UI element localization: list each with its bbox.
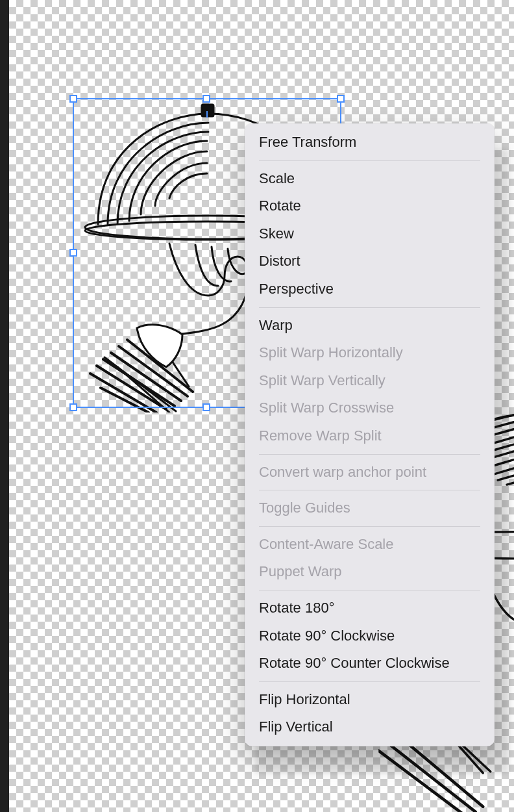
menu-toggle-guides: Toggle Guides <box>245 494 495 522</box>
transform-handle-top-middle[interactable] <box>202 95 210 103</box>
menu-separator <box>259 307 480 308</box>
menu-skew[interactable]: Skew <box>245 220 495 248</box>
svg-line-3 <box>90 374 156 412</box>
menu-flip-horizontal[interactable]: Flip Horizontal <box>245 686 495 714</box>
svg-line-4 <box>97 366 166 409</box>
menu-free-transform[interactable]: Free Transform <box>245 129 495 157</box>
menu-remove-warp-split: Remove Warp Split <box>245 422 495 450</box>
menu-split-warp-crosswise: Split Warp Crosswise <box>245 394 495 422</box>
checkerboard-canvas[interactable]: Free TransformScaleRotateSkewDistortPers… <box>9 0 514 812</box>
transform-context-menu: Free TransformScaleRotateSkewDistortPers… <box>245 123 495 746</box>
transform-handle-bottom-middle[interactable] <box>202 403 210 411</box>
svg-line-8 <box>127 340 193 392</box>
transform-handle-top-right[interactable] <box>337 95 345 103</box>
menu-content-aware-scale: Content-Aware Scale <box>245 531 495 559</box>
svg-line-18 <box>498 438 514 480</box>
menu-separator <box>259 681 480 682</box>
svg-rect-0 <box>202 105 214 116</box>
transform-handle-top-left[interactable] <box>69 95 77 103</box>
window-left-edge <box>0 0 9 812</box>
menu-separator <box>259 454 480 455</box>
menu-convert-warp-anchor-point: Convert warp anchor point <box>245 459 495 487</box>
transform-rotate-pivot-mark <box>206 111 208 118</box>
menu-rotate-180[interactable]: Rotate 180° <box>245 594 495 622</box>
menu-perspective[interactable]: Perspective <box>245 275 495 303</box>
menu-separator <box>259 590 480 590</box>
menu-scale[interactable]: Scale <box>245 165 495 193</box>
svg-line-7 <box>119 346 188 396</box>
transform-handle-bottom-left[interactable] <box>69 403 77 411</box>
menu-separator <box>259 160 480 161</box>
svg-line-19 <box>507 444 514 485</box>
svg-line-6 <box>111 353 181 401</box>
menu-rotate-90-cw[interactable]: Rotate 90° Clockwise <box>245 622 495 650</box>
menu-split-warp-horizontally: Split Warp Horizontally <box>245 339 495 367</box>
transform-handle-middle-left[interactable] <box>69 249 77 257</box>
menu-separator <box>259 526 480 527</box>
svg-line-21 <box>378 751 468 813</box>
menu-rotate-90-ccw[interactable]: Rotate 90° Counter Clockwise <box>245 650 495 678</box>
menu-puppet-warp: Puppet Warp <box>245 558 495 586</box>
menu-distort[interactable]: Distort <box>245 247 495 275</box>
menu-warp[interactable]: Warp <box>245 312 495 340</box>
menu-split-warp-vertically: Split Warp Vertically <box>245 367 495 395</box>
svg-line-9 <box>101 388 149 412</box>
svg-line-22 <box>386 742 476 812</box>
menu-separator <box>259 490 480 490</box>
menu-flip-vertical[interactable]: Flip Vertical <box>245 713 495 741</box>
menu-rotate[interactable]: Rotate <box>245 192 495 220</box>
svg-line-5 <box>103 359 175 406</box>
